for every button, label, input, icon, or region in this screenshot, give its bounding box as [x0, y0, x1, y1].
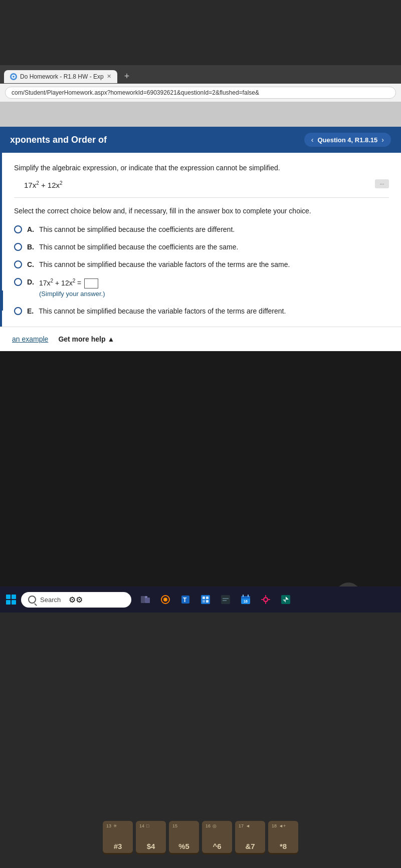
svg-point-23: [264, 598, 268, 602]
taskbar-settings-icon[interactable]: [257, 591, 275, 609]
key-4[interactable]: 14□ $4: [136, 821, 166, 853]
keyboard-row: 13✳ #3 14□ $4 15 %5 16◎ ^6 17◄ &7: [5, 821, 396, 853]
key-main-8: *8: [280, 842, 287, 850]
svg-rect-2: [141, 596, 145, 603]
svg-point-1: [13, 76, 15, 78]
key-top-6: 16◎: [206, 823, 217, 828]
svg-text:T: T: [183, 597, 187, 604]
keyboard-area: 13✳ #3 14□ $4 15 %5 16◎ ^6 17◄ &7: [0, 613, 401, 868]
key-top-7: 17◄: [239, 823, 250, 828]
key-6[interactable]: 16◎ ^6: [202, 821, 232, 853]
section-title: xponents and Order of: [10, 135, 107, 145]
svg-rect-14: [206, 600, 209, 603]
choices-list: A. This cannot be simplified because the…: [14, 224, 389, 317]
gray-spacer: [0, 102, 401, 127]
address-bar[interactable]: com/Student/PlayerHomework.aspx?homework…: [5, 87, 396, 99]
tool-button[interactable]: ···: [375, 179, 389, 188]
key-8[interactable]: 18◄+ *8: [268, 821, 298, 853]
choice-text-d: 17x2 + 12x2 = (Simplify your answer.): [39, 277, 105, 299]
taskbar-word-icon[interactable]: T: [176, 591, 194, 609]
radio-c[interactable]: [14, 260, 22, 268]
choice-item-a[interactable]: A. This cannot be simplified because the…: [14, 224, 389, 235]
choice-text-c: This cannot be simplified because the va…: [39, 259, 290, 270]
choice-letter-a: A.: [27, 224, 34, 235]
choice-letter-d: D.: [27, 277, 34, 287]
address-bar-row: com/Student/PlayerHomework.aspx?homework…: [0, 84, 401, 102]
tab-title: Do Homework - R1.8 HW - Exp: [20, 73, 104, 80]
taskbar-transfer-icon[interactable]: [277, 591, 295, 609]
help-bar: an example Get more help ▲: [0, 327, 401, 351]
key-top-5: 15: [172, 823, 177, 828]
new-tab-button[interactable]: +: [119, 69, 135, 84]
instruction-text: Select the correct choice below and, if …: [14, 206, 389, 216]
svg-rect-27: [268, 599, 270, 600]
radio-b[interactable]: [14, 243, 22, 251]
taskbar-dark-icon[interactable]: [217, 591, 235, 609]
prev-question-button[interactable]: ‹: [311, 136, 314, 144]
choice-item-e[interactable]: E. This cannot be simplified because the…: [14, 306, 389, 317]
start-square-1: [6, 595, 11, 599]
key-7[interactable]: 17◄ &7: [235, 821, 265, 853]
start-square-4: [12, 600, 16, 605]
choice-item-d[interactable]: D. 17x2 + 12x2 = (Simplify your answer.): [14, 277, 389, 299]
example-link[interactable]: an example: [12, 335, 48, 343]
laptop-top-bezel: [0, 0, 401, 65]
question-header: xponents and Order of ‹ Question 4, R1.8…: [0, 127, 401, 153]
search-badge: ⚙⚙: [69, 595, 83, 605]
next-question-button[interactable]: ›: [381, 136, 384, 144]
taskbar: Search ⚙⚙ T: [0, 587, 401, 613]
taskbar-blue-app-icon[interactable]: [196, 591, 215, 609]
svg-rect-20: [243, 595, 244, 597]
get-more-help-button[interactable]: Get more help ▲: [58, 335, 114, 343]
taskbar-calendar-icon[interactable]: 16: [237, 591, 255, 609]
question-label: Question 4, R1.8.15: [317, 136, 377, 144]
svg-rect-12: [206, 597, 209, 599]
answer-input-box[interactable]: [84, 278, 98, 288]
svg-rect-25: [265, 602, 266, 604]
math-expression: 17x2 + 12x2 ···: [24, 180, 389, 189]
choice-text-a: This cannot be simplified because the co…: [39, 224, 235, 235]
tab-favicon: [10, 73, 17, 80]
radio-a[interactable]: [14, 225, 22, 233]
question-nav: ‹ Question 4, R1.8.15 ›: [304, 133, 391, 147]
svg-rect-3: [145, 598, 150, 603]
start-button[interactable]: [4, 593, 18, 607]
choice-letter-b: B.: [27, 242, 34, 252]
svg-rect-16: [223, 598, 229, 599]
key-main-3: #3: [114, 842, 122, 850]
taskbar-search-bar[interactable]: Search ⚙⚙: [21, 592, 131, 608]
taskbar-browser-icon[interactable]: [156, 591, 174, 609]
svg-point-7: [164, 599, 166, 601]
choice-item-c[interactable]: C. This cannot be simplified because the…: [14, 259, 389, 270]
start-square-2: [12, 595, 16, 599]
svg-rect-4: [145, 596, 147, 598]
left-accent-bar: [0, 291, 3, 311]
start-square-3: [6, 600, 11, 605]
active-tab[interactable]: Do Homework - R1.8 HW - Exp ✕: [4, 70, 117, 83]
svg-rect-17: [223, 600, 227, 601]
radio-d[interactable]: [14, 278, 22, 286]
divider: [14, 197, 389, 198]
choice-item-b[interactable]: B. This cannot be simplified because the…: [14, 242, 389, 252]
search-label: Search: [40, 596, 61, 604]
svg-rect-13: [203, 600, 205, 603]
svg-text:16: 16: [244, 600, 248, 603]
key-5[interactable]: 15 %5: [169, 821, 199, 853]
taskbar-files-icon[interactable]: [136, 591, 154, 609]
svg-rect-11: [203, 597, 205, 599]
tab-close-button[interactable]: ✕: [107, 73, 111, 80]
key-top-8: 18◄+: [272, 823, 286, 828]
search-icon: [28, 596, 36, 604]
key-3[interactable]: 13✳ #3: [103, 821, 133, 853]
radio-e[interactable]: [14, 307, 22, 315]
key-top-3: 13✳: [106, 823, 117, 828]
key-main-4: $4: [147, 842, 155, 850]
problem-statement: Simplify the algebraic expression, or in…: [14, 163, 389, 173]
svg-rect-10: [201, 595, 210, 604]
simplify-hint: (Simplify your answer.): [39, 290, 105, 298]
key-main-5: %5: [178, 842, 189, 850]
choice-text-e: This cannot be simplified because the va…: [39, 306, 286, 317]
svg-rect-21: [248, 595, 249, 597]
taskbar-icons: T 16: [136, 591, 295, 609]
svg-rect-15: [221, 595, 230, 604]
